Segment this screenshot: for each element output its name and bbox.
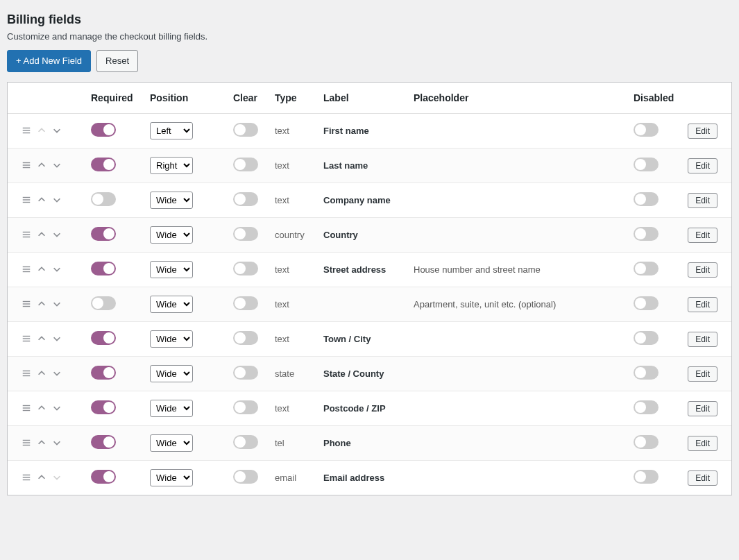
edit-button[interactable]: Edit <box>688 332 717 347</box>
move-up-icon[interactable] <box>37 160 46 170</box>
move-down-icon[interactable] <box>52 195 62 205</box>
disabled-toggle[interactable] <box>634 366 659 380</box>
drag-handle-icon[interactable] <box>22 334 31 343</box>
disabled-toggle[interactable] <box>634 331 659 345</box>
disabled-toggle[interactable] <box>634 262 659 275</box>
move-down-icon[interactable] <box>52 299 62 309</box>
disabled-toggle[interactable] <box>634 400 659 414</box>
move-up-icon[interactable] <box>37 368 46 378</box>
clear-toggle[interactable] <box>233 400 258 414</box>
clear-toggle[interactable] <box>233 123 258 137</box>
drag-handle-icon[interactable] <box>22 438 31 448</box>
move-up-icon[interactable] <box>37 403 46 413</box>
disabled-toggle[interactable] <box>634 296 659 310</box>
col-header-label: Label <box>316 83 407 114</box>
move-down-icon[interactable] <box>52 230 62 239</box>
drag-handle-icon[interactable] <box>22 403 31 413</box>
position-select[interactable]: LeftRightWide <box>150 261 193 278</box>
move-down-icon[interactable] <box>52 438 62 448</box>
drag-handle-icon[interactable] <box>22 230 31 239</box>
move-up-icon[interactable] <box>37 438 46 448</box>
clear-toggle[interactable] <box>233 331 258 345</box>
required-toggle[interactable] <box>91 296 116 310</box>
field-placeholder: House number and street name <box>414 264 541 275</box>
clear-toggle[interactable] <box>233 262 258 275</box>
required-toggle[interactable] <box>91 400 116 414</box>
reset-button[interactable]: Reset <box>96 50 138 72</box>
move-up-icon[interactable] <box>37 195 46 205</box>
clear-toggle[interactable] <box>233 366 258 380</box>
move-up-icon[interactable] <box>37 230 46 239</box>
edit-button[interactable]: Edit <box>688 401 717 416</box>
move-down-icon[interactable] <box>52 264 62 274</box>
move-down-icon[interactable] <box>52 334 62 343</box>
position-select[interactable]: LeftRightWide <box>150 330 193 348</box>
required-toggle[interactable] <box>91 123 116 137</box>
edit-button[interactable]: Edit <box>688 124 717 139</box>
required-toggle[interactable] <box>91 366 116 380</box>
position-select[interactable]: LeftRightWide <box>150 434 193 452</box>
drag-handle-icon[interactable] <box>22 264 31 274</box>
drag-handle-icon[interactable] <box>22 299 31 309</box>
edit-button[interactable]: Edit <box>688 193 717 208</box>
position-select[interactable]: LeftRightWide <box>150 157 193 174</box>
edit-button[interactable]: Edit <box>688 297 717 312</box>
position-select[interactable]: LeftRightWide <box>150 226 193 244</box>
move-up-icon[interactable] <box>37 334 46 343</box>
disabled-toggle[interactable] <box>634 123 659 137</box>
edit-button[interactable]: Edit <box>688 228 717 243</box>
drag-handle-icon[interactable] <box>22 368 31 378</box>
move-down-icon[interactable] <box>52 368 62 378</box>
drag-handle-icon[interactable] <box>22 160 31 170</box>
move-down-icon[interactable] <box>52 126 62 135</box>
clear-toggle[interactable] <box>233 470 258 484</box>
required-toggle[interactable] <box>91 331 116 345</box>
required-toggle[interactable] <box>91 192 116 206</box>
position-select[interactable]: LeftRightWide <box>150 365 193 382</box>
edit-button[interactable]: Edit <box>688 470 717 486</box>
move-up-icon[interactable] <box>37 264 46 274</box>
add-new-field-button[interactable]: + Add New Field <box>7 50 91 72</box>
field-label: Postcode / ZIP <box>323 403 386 414</box>
required-toggle[interactable] <box>91 435 116 449</box>
move-up-icon[interactable] <box>37 299 46 309</box>
drag-handle-icon[interactable] <box>22 126 31 135</box>
field-label: Country <box>323 230 358 240</box>
position-select[interactable]: LeftRightWide <box>150 192 193 209</box>
table-row: LeftRightWidestateState / CountyEdit <box>8 356 731 391</box>
move-down-icon[interactable] <box>52 403 62 413</box>
disabled-toggle[interactable] <box>634 158 659 171</box>
edit-button[interactable]: Edit <box>688 158 717 173</box>
field-label: Phone <box>323 438 351 448</box>
clear-toggle[interactable] <box>233 192 258 206</box>
position-select[interactable]: LeftRightWide <box>150 122 193 139</box>
required-toggle[interactable] <box>91 470 116 484</box>
clear-toggle[interactable] <box>233 227 258 241</box>
field-type: text <box>275 334 289 344</box>
clear-toggle[interactable] <box>233 158 258 171</box>
required-toggle[interactable] <box>91 262 116 275</box>
move-down-icon[interactable] <box>52 160 62 170</box>
edit-button[interactable]: Edit <box>688 262 717 278</box>
disabled-toggle[interactable] <box>634 192 659 206</box>
disabled-toggle[interactable] <box>634 435 659 449</box>
disabled-toggle[interactable] <box>634 470 659 484</box>
clear-toggle[interactable] <box>233 296 258 310</box>
field-label: Town / City <box>323 334 371 344</box>
position-select[interactable]: LeftRightWide <box>150 296 193 313</box>
drag-handle-icon[interactable] <box>22 195 31 205</box>
table-row: LeftRightWidetextFirst nameEdit <box>8 113 731 148</box>
edit-button[interactable]: Edit <box>688 436 717 451</box>
position-select[interactable]: LeftRightWide <box>150 469 193 486</box>
clear-toggle[interactable] <box>233 435 258 449</box>
drag-handle-icon[interactable] <box>22 473 31 482</box>
position-select[interactable]: LeftRightWide <box>150 400 193 417</box>
move-up-icon[interactable] <box>37 473 46 482</box>
col-header-placeholder: Placeholder <box>407 83 627 114</box>
required-toggle[interactable] <box>91 227 116 241</box>
table-row: LeftRightWidetextTown / CityEdit <box>8 321 731 356</box>
required-toggle[interactable] <box>91 158 116 171</box>
edit-button[interactable]: Edit <box>688 366 717 382</box>
disabled-toggle[interactable] <box>634 227 659 241</box>
field-type: state <box>275 368 294 379</box>
